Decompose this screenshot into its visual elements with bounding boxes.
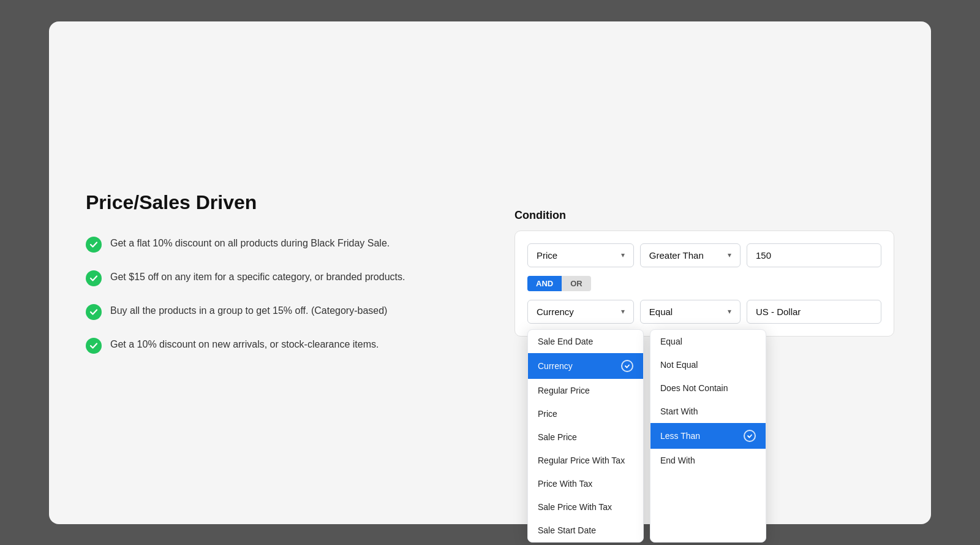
condition-dropdown-item[interactable]: Sale Price With Tax [528,495,643,519]
operator-select-2[interactable]: Equal ▾ [640,300,741,324]
condition-item-label: Regular Price With Tax [538,455,625,465]
chevron-down-icon-2: ▾ [728,251,731,259]
feature-text: Get a flat 10% discount on all products … [110,236,390,251]
operator-item-label: Does Not Contain [660,383,728,393]
condition-select-2-value: Currency [537,307,574,317]
check-icon [86,270,102,286]
condition-row-1: Price ▾ Greater Than ▾ [527,243,881,267]
condition-item-label: Regular Price [538,386,590,395]
operator-dropdown-item[interactable]: Less Than [650,423,766,449]
operator-item-label: Less Than [660,431,700,441]
condition-item-label: Price [538,409,557,419]
check-circle-icon [744,430,756,442]
condition-dropdown-item[interactable]: Regular Price [528,379,643,402]
feature-list: Get a flat 10% discount on all products … [86,236,478,354]
dropdown-container: Sale End DateCurrency Regular PricePrice… [527,329,766,543]
chevron-down-icon: ▾ [621,251,625,259]
condition-item-label: Currency [538,361,573,371]
operator-dropdown: EqualNot EqualDoes Not ContainStart With… [650,329,766,543]
operator-item-label: Equal [660,337,682,346]
right-panel: Condition Price ▾ Greater Than ▾ AND OR [514,209,894,337]
main-window: Price/Sales Driven Get a flat 10% discou… [49,21,931,524]
condition-select-2[interactable]: Currency ▾ [527,300,634,324]
condition-dropdown-item[interactable]: Sale Start Date [528,519,643,542]
condition-item-label: Sale Price With Tax [538,502,612,512]
or-button[interactable]: OR [562,276,591,291]
condition-dropdown-item[interactable]: Price [528,402,643,425]
condition-dropdown-item[interactable]: Sale End Date [528,330,643,353]
feature-text: Get $15 off on any item for a specific c… [110,270,405,284]
operator-dropdown-item[interactable]: Not Equal [650,353,766,376]
feature-item: Get a 10% discount on new arrivals, or s… [86,337,478,354]
condition-dropdown-item[interactable]: Price With Tax [528,472,643,495]
operator-select-1-value: Greater Than [649,250,704,261]
condition-dropdown: Sale End DateCurrency Regular PricePrice… [527,329,644,543]
condition-dropdown-item[interactable]: Regular Price With Tax [528,449,643,472]
operator-dropdown-item[interactable]: Equal [650,330,766,353]
operator-dropdown-item[interactable]: End With [650,449,766,472]
feature-text: Get a 10% discount on new arrivals, or s… [110,337,379,352]
check-icon [86,338,102,354]
page-title: Price/Sales Driven [86,191,478,214]
condition-card: Price ▾ Greater Than ▾ AND OR Currency ▾ [514,231,894,337]
condition-dropdown-item[interactable]: Sale Price [528,425,643,449]
and-or-toggle: AND OR [527,276,881,291]
operator-item-label: End With [660,455,695,465]
operator-item-label: Start With [660,406,698,416]
feature-item: Get a flat 10% discount on all products … [86,236,478,253]
condition-item-label: Sale End Date [538,337,593,346]
condition-select-1[interactable]: Price ▾ [527,243,634,267]
chevron-down-icon-3: ▾ [621,307,625,316]
operator-dropdown-item[interactable]: Does Not Contain [650,376,766,400]
check-circle-icon [621,360,633,372]
feature-item: Get $15 off on any item for a specific c… [86,270,478,286]
operator-dropdown-item[interactable]: Start With [650,400,766,423]
chevron-down-icon-4: ▾ [728,307,731,316]
condition-select-1-value: Price [537,250,557,261]
value-input-2[interactable] [747,300,881,324]
feature-item: Buy all the products in a group to get 1… [86,303,478,320]
left-panel: Price/Sales Driven Get a flat 10% discou… [86,191,514,354]
and-button[interactable]: AND [527,276,562,291]
condition-item-label: Sale Price [538,432,577,442]
value-input-1[interactable] [747,243,881,267]
condition-item-label: Sale Start Date [538,525,596,535]
condition-row-2: Currency ▾ Equal ▾ [527,300,881,324]
operator-item-label: Not Equal [660,360,698,370]
condition-label: Condition [514,209,894,222]
condition-dropdown-item[interactable]: Currency [528,353,643,379]
operator-select-2-value: Equal [649,307,673,317]
feature-text: Buy all the products in a group to get 1… [110,303,387,318]
operator-select-1[interactable]: Greater Than ▾ [640,243,741,267]
check-icon [86,237,102,253]
condition-item-label: Price With Tax [538,479,592,489]
check-icon [86,304,102,320]
